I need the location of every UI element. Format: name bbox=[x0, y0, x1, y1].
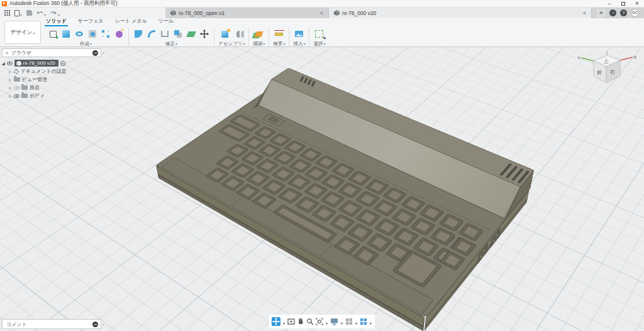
key-cap bbox=[311, 205, 336, 222]
fit-icon bbox=[316, 318, 323, 325]
joint-icon[interactable] bbox=[233, 28, 244, 40]
minimize-button[interactable] bbox=[602, 0, 616, 8]
grid-menu-icon bbox=[4, 10, 10, 16]
caret-down-icon bbox=[32, 30, 35, 36]
maximize-button[interactable] bbox=[616, 0, 630, 8]
key-cap bbox=[366, 233, 392, 252]
document-tab-inactive[interactable]: rx-78_000_open v1 bbox=[165, 8, 329, 18]
job-status-button[interactable]: ◔ bbox=[609, 9, 616, 16]
caret-down-icon[interactable] bbox=[355, 316, 358, 327]
visibility-eye-off-icon[interactable] bbox=[14, 86, 19, 90]
key-cap bbox=[287, 174, 311, 190]
key-cap bbox=[365, 178, 389, 195]
fillet-icon[interactable] bbox=[146, 28, 157, 40]
move-copy-icon[interactable] bbox=[199, 28, 210, 40]
folder-icon bbox=[21, 85, 28, 90]
browser-header[interactable]: ブラウザ bbox=[2, 48, 101, 57]
tree-row-label: ドキュメントの設定 bbox=[21, 68, 67, 75]
quick-access-toolbar bbox=[0, 8, 165, 18]
expand-arrow-icon[interactable] bbox=[2, 60, 5, 66]
expand-arrow-icon[interactable] bbox=[9, 77, 12, 82]
help-button[interactable]: ? bbox=[620, 9, 627, 16]
close-tab-icon[interactable] bbox=[318, 10, 323, 16]
display-settings-icon bbox=[330, 318, 338, 325]
ribbon-tabs: ソリッド サーフェス シート メタル ツール bbox=[45, 18, 644, 26]
display-settings-button[interactable] bbox=[330, 318, 338, 325]
new-component-icon[interactable] bbox=[219, 28, 231, 40]
expand-arrow-icon[interactable] bbox=[9, 68, 12, 74]
caret-down-icon[interactable] bbox=[340, 316, 343, 327]
expand-arrow-icon[interactable] bbox=[9, 93, 12, 99]
tree-row-named-views[interactable]: ビュー管理 bbox=[2, 75, 101, 84]
tree-root-row[interactable]: rx-78_000 v20 bbox=[2, 59, 101, 67]
tree-row-label: ボディ bbox=[30, 92, 45, 99]
viewports-button[interactable] bbox=[360, 318, 367, 325]
tab-tools[interactable]: ツール bbox=[157, 18, 175, 26]
pattern-icon[interactable] bbox=[100, 28, 111, 40]
pan-button[interactable] bbox=[297, 318, 304, 325]
select-icon[interactable] bbox=[314, 28, 325, 40]
document-tabbar: rx-78_000_open v1 rx-78_000 v20 + ◔ ? GC bbox=[0, 8, 644, 18]
create-sketch-icon[interactable] bbox=[47, 28, 58, 40]
comment-box[interactable]: コメント bbox=[2, 319, 101, 329]
workspace-selector[interactable]: デザイン bbox=[4, 21, 41, 44]
visibility-eye-icon[interactable] bbox=[7, 62, 13, 65]
measure-icon[interactable] bbox=[274, 28, 285, 40]
undo-button[interactable] bbox=[35, 8, 47, 18]
create-form-icon[interactable] bbox=[113, 28, 125, 40]
new-tab-button[interactable]: + bbox=[597, 9, 606, 18]
panel-menu-icon[interactable] bbox=[92, 50, 98, 56]
caret-down-icon bbox=[303, 41, 305, 46]
extrude-icon[interactable] bbox=[60, 28, 72, 40]
expand-arrow-icon[interactable] bbox=[9, 85, 12, 90]
caret-down-icon[interactable] bbox=[369, 316, 372, 327]
insert-image-icon[interactable] bbox=[294, 28, 305, 40]
tab-solid[interactable]: ソリッド bbox=[45, 18, 68, 26]
revolve-icon[interactable] bbox=[74, 28, 85, 40]
redo-button[interactable] bbox=[49, 8, 61, 18]
caret-down-icon[interactable] bbox=[325, 316, 328, 327]
close-tab-icon[interactable] bbox=[580, 10, 586, 16]
construction-plane-icon[interactable] bbox=[253, 28, 265, 40]
pan-hand-icon bbox=[297, 318, 304, 325]
caret-down-icon bbox=[242, 41, 245, 46]
caret-down-icon bbox=[89, 41, 92, 46]
data-panel-button[interactable] bbox=[3, 8, 11, 18]
tree-row-origin[interactable]: 原点 bbox=[2, 84, 101, 92]
collapse-panel-icon[interactable] bbox=[3, 50, 11, 56]
activate-component-radio[interactable] bbox=[60, 61, 65, 66]
document-cube-icon bbox=[334, 10, 340, 16]
tab-surface[interactable]: サーフェス bbox=[77, 18, 105, 26]
comment-menu-icon[interactable] bbox=[92, 322, 98, 327]
hole-icon[interactable] bbox=[87, 28, 98, 40]
caret-down-icon[interactable] bbox=[282, 316, 286, 327]
document-cube-icon bbox=[170, 10, 176, 16]
panel-resize-handle[interactable]: › bbox=[103, 50, 104, 56]
tree-row-bodies[interactable]: ボディ bbox=[2, 92, 101, 100]
vent-slot bbox=[311, 81, 315, 87]
offset-face-icon[interactable] bbox=[186, 28, 197, 40]
visibility-eye-icon[interactable] bbox=[14, 94, 19, 98]
orbit-button[interactable] bbox=[272, 317, 280, 326]
close-button[interactable] bbox=[630, 0, 644, 8]
look-at-button[interactable] bbox=[287, 318, 295, 325]
fit-button[interactable] bbox=[316, 318, 323, 325]
save-button[interactable] bbox=[25, 8, 33, 18]
tab-sheetmetal[interactable]: シート メタル bbox=[114, 18, 148, 26]
comment-resize-handle[interactable]: › bbox=[103, 322, 104, 327]
viewcube[interactable]: Y X 上 前 右 bbox=[576, 50, 636, 94]
tree-row-document-settings[interactable]: ドキュメントの設定 bbox=[2, 67, 101, 75]
file-menu-button[interactable] bbox=[13, 8, 23, 18]
caret-down-icon bbox=[57, 8, 60, 19]
viewport-canvas[interactable]: Y X 上 前 右 ブラウザ › bbox=[0, 47, 644, 331]
user-avatar[interactable]: GC bbox=[631, 9, 639, 17]
root-component-chip[interactable]: rx-78_000 v20 bbox=[14, 60, 58, 67]
shell-icon[interactable] bbox=[159, 28, 170, 40]
orbit-icon bbox=[272, 318, 280, 325]
zoom-button[interactable] bbox=[306, 318, 314, 325]
grid-settings-button[interactable] bbox=[345, 318, 353, 325]
combine-icon[interactable] bbox=[172, 28, 184, 40]
press-pull-icon[interactable] bbox=[133, 28, 144, 40]
key-cap bbox=[338, 200, 363, 217]
document-tab-active[interactable]: rx-78_000 v20 bbox=[329, 8, 592, 18]
